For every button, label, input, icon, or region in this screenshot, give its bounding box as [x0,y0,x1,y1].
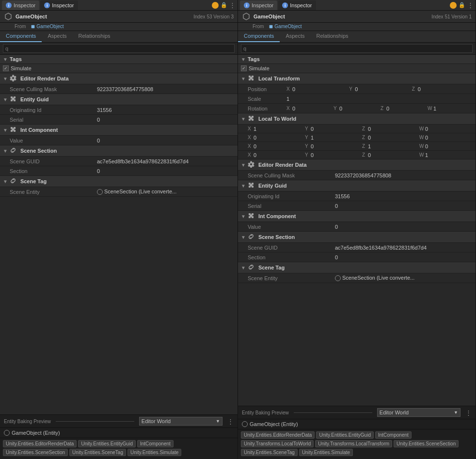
puzzle-component-icon [248,212,254,220]
nav-tab-relationships[interactable]: Relationships [311,31,354,42]
nav-tab-components[interactable]: Components [0,31,42,42]
prop-label: Scene Culling Mask [10,86,97,92]
gameobject-name: GameObject [254,14,285,19]
tags-section-header[interactable]: ▼ Tags [0,55,238,64]
section-header-entity-guid[interactable]: ▼ Entity Guid [0,94,238,105]
prop-value: 9223372036854775808 [335,173,473,178]
gear-component-icon [10,75,16,82]
rotation-x: 0 [292,106,295,111]
prop-row-scene-guid: Scene GUIDac7e5ed8fb3e1634a978622831f6d7… [238,243,476,253]
baking-tags-container: Unity.Entities.EditorRenderDataUnity.Ent… [0,438,238,459]
section-header-local-to-world[interactable]: ▼ Local To World [238,113,476,125]
entity-circle-icon [4,430,10,436]
menu-icon[interactable]: ⋮ [467,1,474,9]
section-title: Int Component [258,213,296,219]
world-dropdown[interactable]: Editor World▼ [139,417,222,426]
matrix-y: 0 [311,126,314,132]
entity-name: GameObject (Entity) [12,430,60,436]
prop-label: Section [248,254,335,260]
arrow-icon: ▼ [3,57,8,62]
lock-icon[interactable]: 🔒 [221,2,227,8]
link-component-icon [10,177,16,185]
section-title: Entity Guid [20,96,49,102]
prop-value: ac7e5ed8fb3e1634a978622831f6d7d4 [97,158,235,164]
section-header-local-transform[interactable]: ▼ Local Transform [238,73,476,84]
baking-header: Entity Baking PreviewEditor World▼⋮ [0,415,238,428]
svg-marker-0 [5,13,11,20]
inspector-tab-0[interactable]: iInspector [240,0,277,10]
nav-tab-aspects[interactable]: Aspects [42,31,72,42]
tab-label: Inspector [52,2,74,8]
section-header-int-component[interactable]: ▼ Int Component [0,125,238,136]
baking-menu-icon[interactable]: ⋮ [227,418,234,425]
content-area: ▼ Tags✓Simulate▼ Local Transform Positio… [238,55,476,406]
baking-title: Entity Baking Preview [4,419,51,424]
baking-menu-icon[interactable]: ⋮ [465,409,472,416]
simulate-tag-label: Simulate [249,65,270,71]
search-input[interactable] [241,44,473,53]
info-icon: i [282,2,288,8]
lock-icon[interactable]: 🔒 [459,2,465,8]
baking-tag-badge: Unity.Entities.EditorRenderData [241,431,315,439]
menu-icon[interactable]: ⋮ [229,1,236,9]
tags-label: Tags [10,56,22,62]
prop-row-section: Section0 [238,253,476,262]
header-circle-icon [212,2,219,9]
tab-bar: iInspectoriInspector🔒⋮ [238,0,476,11]
from-link[interactable]: GameObject [31,24,63,29]
simulate-tag-label: Simulate [11,65,32,71]
simulate-checkbox[interactable]: ✓ [3,65,9,71]
section-header-editor-render-data[interactable]: ▼ Editor Render Data [238,159,476,171]
scene-entity-circle-icon [97,189,103,195]
header-icons: 🔒⋮ [212,1,236,9]
section-header-editor-render-data[interactable]: ▼ Editor Render Data [0,73,238,84]
prop-value: 0 [335,224,473,230]
prop-label: Serial [248,203,335,209]
prop-value: 0 [97,117,235,123]
prop-label: Scene Entity [248,275,335,281]
section-header-scene-tag[interactable]: ▼ Scene Tag [0,176,238,187]
entity-row: GameObject (Entity) [0,428,238,438]
matrix-w: 0 [425,126,428,132]
matrix-x: 1 [254,126,256,132]
inspector-tab-1[interactable]: iInspector [278,0,316,10]
from-link[interactable]: GameObject [269,24,301,29]
gear-component-icon [248,161,254,169]
scale-row: Scale 1 [238,94,476,104]
section-header-scene-tag[interactable]: ▼ Scene Tag [238,262,476,273]
nav-tab-relationships[interactable]: Relationships [73,31,116,42]
section-header-int-component[interactable]: ▼ Int Component [238,211,476,222]
section-header-scene-section[interactable]: ▼ Scene Section [238,232,476,243]
world-dropdown[interactable]: Editor World▼ [377,408,460,417]
gameobject-name: GameObject [16,14,47,19]
search-row [238,43,476,55]
section-header-scene-section[interactable]: ▼ Scene Section [0,145,238,157]
inspector-tab-0[interactable]: iInspector [2,0,39,10]
puzzle-component-icon [248,182,254,190]
prop-label: Scene Entity [10,189,97,195]
world-label: Editor World [142,418,171,424]
nav-tab-aspects[interactable]: Aspects [280,31,310,42]
search-input[interactable] [3,44,235,53]
inspector-tab-1[interactable]: iInspector [40,0,78,10]
simulate-checkbox[interactable]: ✓ [241,65,247,71]
header-icons: 🔒⋮ [450,1,474,9]
prop-row-originating-id: Originating Id31556 [238,191,476,201]
tags-section-header[interactable]: ▼ Tags [238,55,476,64]
baking-tag-badge: Unity.Entities.Simulate [127,449,181,456]
baking-header: Entity Baking PreviewEditor World▼⋮ [238,406,476,419]
nav-tabs: ComponentsAspectsRelationships [238,31,476,43]
tab-bar: iInspectoriInspector🔒⋮ [0,0,238,11]
from-row: From GameObject [0,23,238,31]
collapse-arrow-icon: ▼ [241,116,246,122]
rotation-label: Rotation [248,106,286,111]
dropdown-arrow-icon: ▼ [454,410,458,415]
matrix-x: 0 [254,135,256,141]
nav-tab-components[interactable]: Components [238,31,280,42]
rotation-y: 0 [339,106,342,111]
link-component-icon [248,264,254,271]
section-header-entity-guid[interactable]: ▼ Entity Guid [238,180,476,191]
baking-tag-badge: Unity.Entities.SceneSection [3,449,68,456]
baking-tag-badge: Unity.Entities.SceneTag [69,449,126,456]
collapse-arrow-icon: ▼ [241,76,246,81]
